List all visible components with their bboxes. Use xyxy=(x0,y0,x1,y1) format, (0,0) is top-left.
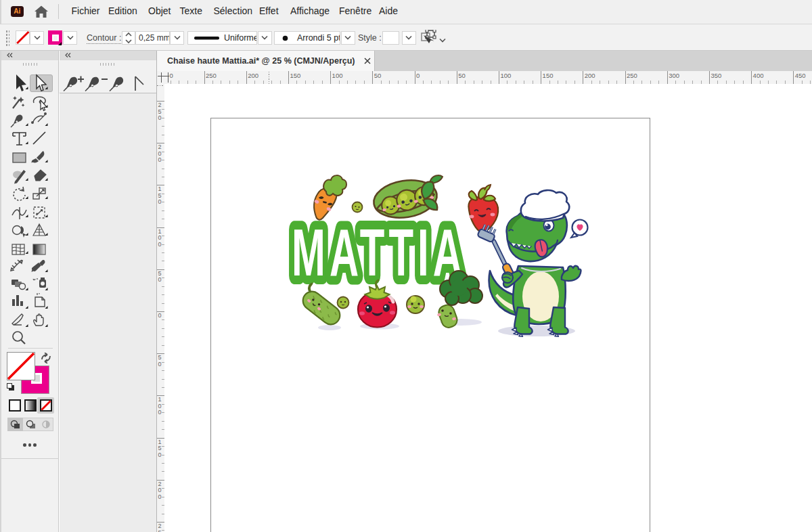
svg-text:MATTIA: MATTIA xyxy=(292,215,466,290)
